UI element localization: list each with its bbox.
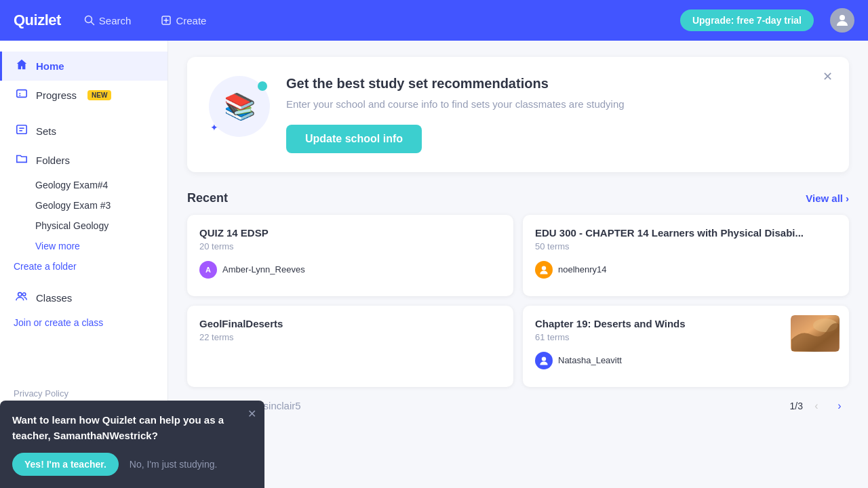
card-1-author-name: Amber-Lynn_Reeves bbox=[222, 264, 305, 274]
avatar[interactable] bbox=[830, 8, 854, 33]
sidebar-item-sets[interactable]: Sets bbox=[0, 117, 167, 146]
teacher-toast: ✕ Want to learn how Quizlet can help you… bbox=[0, 401, 264, 488]
toast-message: Want to learn how Quizlet can help you a… bbox=[12, 413, 252, 443]
card-2-author: noelhenry14 bbox=[535, 261, 837, 279]
home-icon bbox=[16, 58, 28, 74]
toast-actions: Yes! I'm a teacher. No, I'm just studyin… bbox=[12, 453, 252, 476]
toast-yes-button[interactable]: Yes! I'm a teacher. bbox=[12, 453, 119, 476]
svg-point-14 bbox=[542, 266, 546, 270]
svg-point-15 bbox=[542, 357, 546, 361]
rec-description: Enter your school and course info to fin… bbox=[286, 97, 827, 113]
sidebar-folder-2[interactable]: Geology Exam #3 bbox=[0, 195, 167, 216]
rec-title: Get the best study set recommendations bbox=[286, 76, 827, 92]
recent-section-header: Recent View all › bbox=[187, 191, 849, 205]
svg-rect-6 bbox=[17, 90, 26, 98]
study-card-4[interactable]: Chapter 19: Deserts and Winds 61 terms N… bbox=[523, 306, 849, 387]
view-more-link[interactable]: View more bbox=[0, 236, 167, 256]
sidebar-folders-label: Folders bbox=[36, 155, 70, 166]
sidebar-folder-1[interactable]: Geology Exam#4 bbox=[0, 175, 167, 195]
search-button[interactable]: Search bbox=[77, 11, 138, 30]
create-button[interactable]: Create bbox=[154, 11, 213, 30]
card-2-title: EDU 300 - CHAPTER 14 Learners with Physi… bbox=[535, 227, 837, 239]
sidebar-home-label: Home bbox=[36, 60, 64, 72]
sidebar-progress-label: Progress bbox=[36, 89, 77, 101]
next-page-button[interactable]: › bbox=[830, 396, 849, 415]
svg-point-13 bbox=[22, 293, 26, 296]
create-icon bbox=[161, 15, 172, 26]
study-card-1[interactable]: QUIZ 14 EDSP 20 terms A Amber-Lynn_Reeve… bbox=[187, 215, 513, 296]
card-2-terms: 50 terms bbox=[535, 241, 837, 251]
topnav: Quizlet Search Create Upgrade: free 7-da… bbox=[0, 0, 868, 41]
search-label: Search bbox=[99, 15, 132, 26]
recommendation-card: 📚 ✦ Get the best study set recommendatio… bbox=[187, 57, 849, 172]
card-4-avatar bbox=[535, 352, 553, 369]
sidebar-item-folders[interactable]: Folders bbox=[0, 146, 167, 175]
toast-close-button[interactable]: ✕ bbox=[248, 407, 256, 420]
update-school-button[interactable]: Update school info bbox=[286, 125, 422, 153]
view-all-button[interactable]: View all › bbox=[806, 192, 849, 204]
card-2-author-name: noelhenry14 bbox=[558, 264, 607, 274]
sidebar-classes-label: Classes bbox=[36, 292, 72, 304]
sidebar-folder-3[interactable]: Physical Geology bbox=[0, 216, 167, 236]
sidebar-item-home[interactable]: Home bbox=[0, 52, 167, 81]
pagination-bar: ied sets by taylorsinclair5 1/3 ‹ › bbox=[187, 396, 849, 415]
main-content: 📚 ✦ Get the best study set recommendatio… bbox=[168, 41, 868, 488]
create-folder-link[interactable]: Create a folder bbox=[0, 256, 167, 277]
rec-star: ✦ bbox=[210, 122, 218, 133]
progress-badge: NEW bbox=[87, 90, 111, 100]
logo: Quizlet bbox=[14, 12, 61, 29]
folder-icon bbox=[16, 152, 28, 168]
card-4-thumbnail bbox=[791, 315, 840, 352]
sidebar-item-progress[interactable]: Progress NEW bbox=[0, 81, 167, 110]
chevron-right-icon: › bbox=[846, 192, 849, 204]
close-rec-card-button[interactable]: ✕ bbox=[817, 66, 838, 87]
sidebar-sets-label: Sets bbox=[36, 125, 56, 137]
recent-title: Recent bbox=[187, 191, 228, 205]
create-label: Create bbox=[176, 15, 206, 26]
search-icon bbox=[84, 15, 95, 26]
toast-no-button[interactable]: No, I'm just studying. bbox=[125, 453, 222, 476]
card-4-author: Natasha_Leavitt bbox=[535, 352, 837, 369]
privacy-policy-link[interactable]: Privacy Policy bbox=[14, 388, 68, 399]
join-class-link[interactable]: Join or create a class bbox=[0, 312, 167, 333]
rec-dot bbox=[258, 81, 267, 91]
pagination-controls: 1/3 ‹ › bbox=[790, 396, 849, 415]
card-4-author-name: Natasha_Leavitt bbox=[558, 355, 622, 365]
rec-text-content: Get the best study set recommendations E… bbox=[286, 76, 827, 153]
svg-rect-9 bbox=[17, 125, 26, 134]
sidebar-item-classes[interactable]: Classes bbox=[0, 283, 167, 312]
card-1-author: A Amber-Lynn_Reeves bbox=[199, 261, 501, 279]
prev-page-button[interactable]: ‹ bbox=[807, 396, 826, 415]
recent-card-grid: QUIZ 14 EDSP 20 terms A Amber-Lynn_Reeve… bbox=[187, 215, 849, 387]
svg-point-5 bbox=[840, 15, 845, 20]
card-3-title: GeolFinalDeserts bbox=[199, 318, 501, 329]
study-card-2[interactable]: EDU 300 - CHAPTER 14 Learners with Physi… bbox=[523, 215, 849, 296]
classes-icon bbox=[16, 290, 28, 306]
view-all-label: View all bbox=[806, 192, 843, 204]
card-1-avatar: A bbox=[199, 261, 217, 279]
card-1-terms: 20 terms bbox=[199, 241, 501, 251]
study-card-3[interactable]: GeolFinalDeserts 22 terms bbox=[187, 306, 513, 387]
card-1-title: QUIZ 14 EDSP bbox=[199, 227, 501, 239]
rec-illustration: 📚 ✦ bbox=[209, 76, 270, 137]
sets-icon bbox=[16, 123, 28, 139]
card-2-avatar bbox=[535, 261, 553, 279]
page-info: 1/3 bbox=[790, 401, 803, 411]
progress-icon bbox=[16, 87, 28, 103]
upgrade-button[interactable]: Upgrade: free 7-day trial bbox=[680, 9, 814, 31]
svg-point-12 bbox=[18, 293, 22, 296]
svg-line-1 bbox=[91, 22, 94, 25]
card-3-terms: 22 terms bbox=[199, 332, 501, 342]
